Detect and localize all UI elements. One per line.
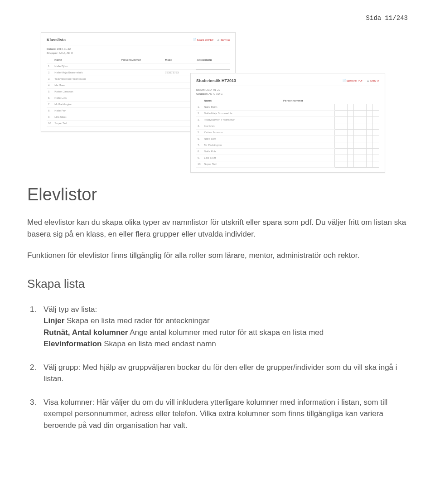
table-row: 1.Nalle Björn [196,104,379,110]
step-1: Välj typ av lista: Linjer Skapa en lista… [44,304,408,350]
thumb-a-grupper-label: Grupper: [47,52,58,54]
thumb-a-title: Klasslista [47,37,66,44]
thumb-b-print-label: Skriv ut [370,79,379,82]
table-row: 2.Nalle-Maja Brummelufs [196,110,379,116]
thumb-a-print-label: Skriv ut [221,39,230,41]
intro-para-2: Funktionen för elevlistor finns tillgäng… [27,250,408,262]
thumb-a-datum: 2014-01-22 [57,48,71,50]
steps-list: Välj typ av lista: Linjer Skapa en lista… [27,304,408,431]
page-number: Sida 11/243 [27,14,408,23]
table-row: 1.Nalle Björn [47,63,230,69]
thumb-a-datum-label: Datum: [47,48,56,50]
step-1-elev-label: Elevinformation [44,339,102,348]
thumb-b-grupper: AD A, AD C [208,92,222,95]
thumbnail-container: Klasslista 📄 Spara till PDF 🖨 Skriv ut D… [27,32,408,164]
step-2: Välj grupp: Med hjälp av gruppväljaren b… [44,362,408,385]
pdf-icon: 📄 [193,39,196,41]
table-row: 6.Nalle Lufs [196,136,379,142]
col-ant: Anteckning [196,57,230,63]
subheading-skapa-lista: Skapa lista [27,275,408,293]
thumb-b-datum-label: Datum: [196,88,206,91]
page-title: Elevlistor [27,182,408,208]
table-row: 8.Nalle Puh [196,148,379,155]
step-1-rutnat-text: Ange antal kolumner med rutor för att sk… [128,328,324,337]
col-namn: Namn [53,57,119,63]
thumb-b-title: Studiebesök HT2013 [196,78,236,84]
thumb-a-pdf-label: Spara till PDF [197,39,214,41]
thumb-b-grupper-label: Grupper: [196,92,208,95]
step-1-elev-text: Skapa en lista med endast namn [102,339,216,348]
col-namn: Namn [203,98,282,104]
step-1-linjer-text: Skapa en lista med rader för anteckninga… [64,316,209,325]
pdf-icon: 📄 [343,79,346,82]
table-row: 10.Super Ted [196,161,379,167]
intro-para-1: Med elevlistor kan du skapa olika typer … [27,217,408,240]
table-row: 9.Lilla Skutt [196,155,379,161]
step-3: Visa kolumner: Här väljer du om du vill … [44,397,408,431]
step-1-rutnat-label: Rutnät, Antal kolumner [44,328,128,337]
col-mobil: Mobil [164,57,195,63]
table-row: 7.Mr Paddington [196,142,379,148]
col-pnr: Personnummer [282,98,334,104]
table-row: 3.Teddybjörnen Fredriksson [196,116,379,123]
table-row: 4.Ida Gren [196,123,379,129]
thumb-b-table: Namn Personnummer 1.Nalle Björn2.Nalle-M… [196,98,379,168]
thumb-b-datum: 2014-01-22 [206,88,220,91]
step-1-lead: Välj typ av lista: [44,305,97,314]
step-1-linjer-label: Linjer [44,316,64,325]
thumb-a-grupper: AD A, AD C [59,52,73,54]
thumbnail-studiebesok: Studiebesök HT2013 📄 Spara till PDF 🖨 Sk… [190,73,385,173]
col-pnr: Personnummer [120,57,164,63]
thumb-a-actions: 📄 Spara till PDF 🖨 Skriv ut [193,38,230,42]
thumb-b-actions: 📄 Spara till PDF 🖨 Skriv ut [343,79,379,83]
print-icon: 🖨 [367,79,369,82]
print-icon: 🖨 [217,39,220,41]
thumb-b-pdf-label: Spara till PDF [347,79,363,82]
table-row: 5.Katten Jansson [196,129,379,136]
